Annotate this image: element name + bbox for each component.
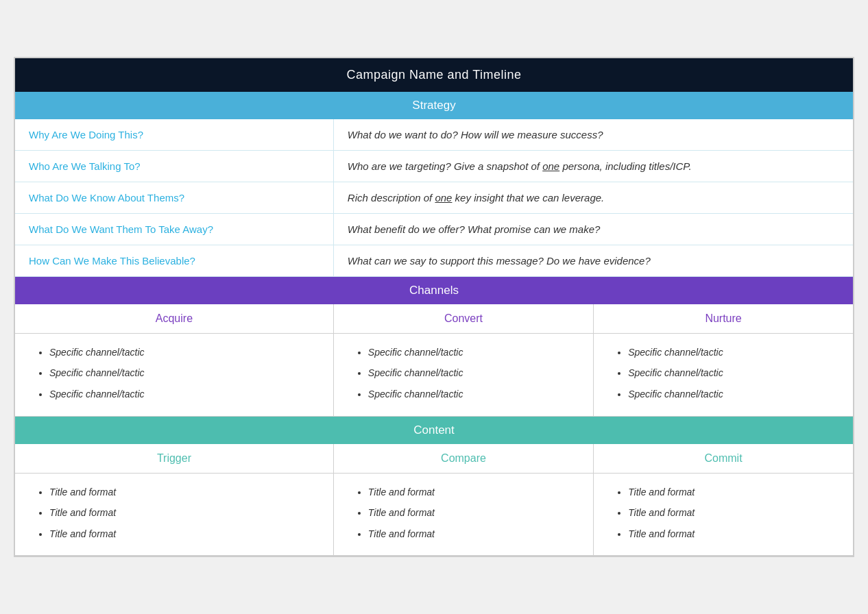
acquire-bullet-list: Specific channel/tactic Specific channel… xyxy=(29,343,320,404)
content-col-trigger: Trigger xyxy=(15,444,333,474)
channels-col-acquire: Acquire xyxy=(15,304,333,334)
content-compare-list: Title and format Title and format Title … xyxy=(333,473,593,556)
list-item: Specific channel/tactic xyxy=(49,364,320,382)
strategy-row-1: Why Are We Doing This? What do we want t… xyxy=(15,119,853,151)
main-table: Campaign Name and Timeline Strategy Why … xyxy=(14,57,854,558)
nurture-bullet-list: Specific channel/tactic Specific channel… xyxy=(607,343,839,404)
strategy-row-4: What Do We Want Them To Take Away? What … xyxy=(15,213,853,245)
trigger-bullet-list: Title and format Title and format Title … xyxy=(29,483,320,543)
channels-nurture-list: Specific channel/tactic Specific channel… xyxy=(594,333,853,416)
content-col-headers: Trigger Compare Commit xyxy=(15,444,853,474)
list-item: Title and format xyxy=(368,504,579,522)
content-content-row: Title and format Title and format Title … xyxy=(15,473,853,556)
strategy-row-3: What Do We Know About Thems? Rich descri… xyxy=(15,182,853,213)
list-item: Specific channel/tactic xyxy=(368,343,579,362)
list-item: Title and format xyxy=(628,525,839,543)
strategy-answer-1: What do we want to do? How will we measu… xyxy=(333,119,853,151)
list-item: Title and format xyxy=(49,525,320,543)
list-item: Specific channel/tactic xyxy=(49,343,320,362)
channels-col-headers: Acquire Convert Nurture xyxy=(15,304,853,334)
list-item: Specific channel/tactic xyxy=(628,343,839,362)
content-col-commit: Commit xyxy=(594,444,853,474)
content-trigger-list: Title and format Title and format Title … xyxy=(15,473,333,556)
list-item: Specific channel/tactic xyxy=(628,385,839,404)
channels-content-row: Specific channel/tactic Specific channel… xyxy=(15,333,853,416)
convert-bullet-list: Specific channel/tactic Specific channel… xyxy=(348,343,579,404)
content-col-compare: Compare xyxy=(333,444,593,474)
channels-col-nurture: Nurture xyxy=(594,304,853,334)
content-commit-list: Title and format Title and format Title … xyxy=(594,473,853,556)
strategy-answer-4: What benefit do we offer? What promise c… xyxy=(333,213,853,245)
list-item: Title and format xyxy=(49,504,320,522)
strategy-section-header: Strategy xyxy=(15,92,853,119)
strategy-question-3: What Do We Know About Thems? xyxy=(15,182,333,213)
channels-col-convert: Convert xyxy=(333,304,593,334)
list-item: Specific channel/tactic xyxy=(49,385,320,404)
list-item: Specific channel/tactic xyxy=(368,385,579,404)
list-item: Title and format xyxy=(628,504,839,522)
content-section-header: Content xyxy=(15,416,853,444)
list-item: Title and format xyxy=(628,483,839,502)
commit-bullet-list: Title and format Title and format Title … xyxy=(607,483,839,543)
channels-convert-list: Specific channel/tactic Specific channel… xyxy=(333,333,593,416)
list-item: Specific channel/tactic xyxy=(368,364,579,382)
strategy-row-2: Who Are We Talking To? Who are we target… xyxy=(15,150,853,182)
list-item: Title and format xyxy=(368,525,579,543)
strategy-question-4: What Do We Want Them To Take Away? xyxy=(15,213,333,245)
campaign-title: Campaign Name and Timeline xyxy=(15,58,853,92)
strategy-label: Strategy xyxy=(15,92,853,119)
strategy-question-2: Who Are We Talking To? xyxy=(15,150,333,182)
content-label: Content xyxy=(15,416,853,444)
channels-section-header: Channels xyxy=(15,276,853,304)
strategy-answer-2: Who are we targeting? Give a snapshot of… xyxy=(333,150,853,182)
campaign-header-row: Campaign Name and Timeline xyxy=(15,58,853,92)
compare-bullet-list: Title and format Title and format Title … xyxy=(348,483,579,543)
strategy-answer-3: Rich description of one key insight that… xyxy=(333,182,853,213)
strategy-row-5: How Can We Make This Believable? What ca… xyxy=(15,245,853,276)
strategy-question-5: How Can We Make This Believable? xyxy=(15,245,333,276)
strategy-question-1: Why Are We Doing This? xyxy=(15,119,333,151)
strategy-answer-5: What can we say to support this message?… xyxy=(333,245,853,276)
list-item: Title and format xyxy=(368,483,579,502)
channels-acquire-list: Specific channel/tactic Specific channel… xyxy=(15,333,333,416)
list-item: Title and format xyxy=(49,483,320,502)
channels-label: Channels xyxy=(15,276,853,304)
list-item: Specific channel/tactic xyxy=(628,364,839,382)
